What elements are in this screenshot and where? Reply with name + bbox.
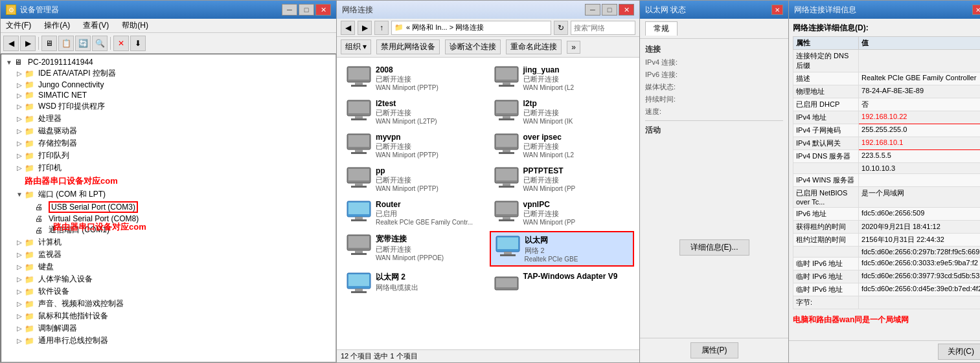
connection-item-0[interactable]: 2008 已断开连接 WAN Miniport (PPTP) <box>342 63 487 94</box>
svg-rect-29 <box>496 169 517 181</box>
menu-file[interactable]: 文件(F) <box>3 19 34 32</box>
connection-item-3[interactable]: l2tp 已断开连接 WAN Miniport (IK <box>490 96 635 127</box>
net-close[interactable]: ✕ <box>619 4 634 16</box>
connection-item-2[interactable]: l2test 已断开连接 WAN Miniport (L2TP) <box>342 96 487 127</box>
ethernet-status-window: 以太网 状态 ✕ 常规 连接 IPv4 连接: IPv6 连接: 媒体状态: 持… <box>640 0 789 363</box>
net-minimize[interactable]: ─ <box>585 4 600 16</box>
nav-up[interactable]: ↑ <box>374 21 389 35</box>
tree-item-3[interactable]: ▷📁SIMATIC NET <box>4 90 333 100</box>
menu-help[interactable]: 帮助(H) <box>119 19 151 32</box>
delete-button[interactable]: ✕ <box>113 36 129 51</box>
detail-row-13: 租约过期的时间2156年10月31日 22:44:32 <box>793 234 981 247</box>
forward-button[interactable]: ▶ <box>20 36 36 51</box>
disable-button[interactable]: 禁用此网络设备 <box>376 39 440 54</box>
tree-item-10[interactable]: ▼📁端口 (COM 和 LPT) <box>4 188 333 201</box>
details-button[interactable]: 详细信息(E)... <box>679 239 749 256</box>
tree-label: 磁盘驱动器 <box>38 126 77 137</box>
tree-item-18[interactable]: ▷📁软件设备 <box>4 285 333 298</box>
net-icon-3 <box>494 99 519 122</box>
connection-item-7[interactable]: PPTPTEST 已断开连接 WAN Miniport (PP <box>490 164 635 195</box>
svg-rect-11 <box>351 118 367 120</box>
rename-button[interactable]: 重命名此连接 <box>506 39 562 54</box>
tree-item-0[interactable]: ▼🖥PC-201911141944 <box>4 57 333 67</box>
back-button[interactable]: ◀ <box>3 36 19 51</box>
tab-general[interactable]: 常规 <box>645 21 678 36</box>
connection-item-13[interactable]: TAP-Windows Adapter V9 <box>490 269 635 298</box>
connection-item-5[interactable]: over ipsec 已断开连接 WAN Miniport (L2 <box>490 130 635 161</box>
tree-arrow: ▷ <box>14 92 25 99</box>
tree-item-11[interactable]: 🖨USB Serial Port (COM3) <box>4 201 333 214</box>
net-adapter-6: WAN Miniport (PPTP) <box>376 185 439 192</box>
connection-item-11[interactable]: 以太网 网络 2 Realtek PCIe GBE <box>490 231 635 267</box>
close-button[interactable]: ✕ <box>315 4 331 16</box>
connection-item-1[interactable]: jing_yuan 已断开连接 WAN Miniport (L2 <box>490 63 635 94</box>
tree-item-5[interactable]: ▷📁处理器 <box>4 113 333 125</box>
connection-item-8[interactable]: Router 已启用 Realtek PCIe GBE Family Contr… <box>342 197 487 228</box>
net-status-8: 已启用 <box>376 209 473 219</box>
download-button[interactable]: ⬇ <box>130 36 146 51</box>
detail-value-1: Realtek PCIe GBE Family Controller <box>859 72 980 85</box>
diagnose-button[interactable]: 诊断这个连接 <box>445 39 501 54</box>
connection-item-9[interactable]: vpnIPC 已断开连接 WAN Miniport (PP <box>490 197 635 228</box>
search-input[interactable] <box>571 21 635 35</box>
maximize-button[interactable]: □ <box>299 4 314 16</box>
connection-item-6[interactable]: pp 已断开连接 WAN Miniport (PPTP) <box>342 164 487 195</box>
minimize-button[interactable]: ─ <box>282 4 297 16</box>
tree-item-19[interactable]: ▷📁声音、视频和游戏控制器 <box>4 298 333 310</box>
port-icon: 🖨 <box>35 226 47 235</box>
device-manager-icon-btn[interactable]: 🖥 <box>41 36 57 51</box>
tree-item-7[interactable]: ▷📁存储控制器 <box>4 137 333 149</box>
ipv4-connection-prop: IPv4 连接: <box>645 58 783 67</box>
nav-refresh[interactable]: ↻ <box>554 21 568 35</box>
properties-button[interactable]: 属性(P) <box>690 342 738 358</box>
tree-item-16[interactable]: ▷📁键盘 <box>4 261 333 273</box>
tree-item-20[interactable]: ▷📁鼠标和其他指针设备 <box>4 310 333 322</box>
tree-arrow: ▷ <box>14 103 25 110</box>
connection-item-10[interactable]: 宽带连接 已断开连接 WAN Miniport (PPPOE) <box>342 231 487 267</box>
tree-item-21[interactable]: ▷📁调制解调器 <box>4 322 333 335</box>
properties-button[interactable]: 📋 <box>58 36 74 51</box>
tree-arrow: ▼ <box>14 191 25 198</box>
connection-item-4[interactable]: myvpn 已断开连接 WAN Miniport (PPTP) <box>342 130 487 161</box>
organize-button[interactable]: 组织 ▾ <box>341 39 371 54</box>
toolbar-separator-2 <box>110 37 111 50</box>
net-name-11: 以太网 <box>525 235 578 246</box>
net-name-6: pp <box>376 166 439 175</box>
tree-item-15[interactable]: ▷📁监视器 <box>4 248 333 261</box>
tree-item-14[interactable]: ▷📁计算机 <box>4 236 333 248</box>
eth-close[interactable]: ✕ <box>771 5 783 15</box>
menu-action[interactable]: 操作(A) <box>41 19 73 32</box>
folder-icon: 📁 <box>25 250 36 259</box>
nav-forward[interactable]: ▶ <box>358 21 372 35</box>
tree-label: 人体学输入设备 <box>38 274 93 285</box>
net-status-7: 已断开连接 <box>523 175 576 185</box>
tree-item-2[interactable]: ▷📁Jungo Connectivity <box>4 80 333 90</box>
detail-row-6: IPv4 默认网关192.168.10.1 <box>793 137 981 150</box>
svg-rect-51 <box>351 291 367 293</box>
eth-body: 连接 IPv4 连接: IPv6 连接: 媒体状态: 持续时间: 速度: 活动 … <box>640 39 788 338</box>
annotation-com-text: 路由器串口设备对应com <box>4 175 333 187</box>
net-maximize[interactable]: □ <box>602 4 617 16</box>
scan-button[interactable]: 🔍 <box>92 36 108 51</box>
tree-item-4[interactable]: ▷📁WSD 打印提供程序 <box>4 100 333 113</box>
tree-item-1[interactable]: ▷📁IDE ATA/ATAPI 控制器 <box>4 67 333 80</box>
nav-back[interactable]: ◀ <box>341 21 355 35</box>
detail-prop-8 <box>793 163 859 174</box>
detail-value-16: fdc5:d60e:2656:0:3977:93cd:5d5b:53 <box>859 270 980 283</box>
menu-view[interactable]: 查看(V) <box>80 19 111 32</box>
tree-item-9[interactable]: ▷📁打印机 <box>4 162 333 174</box>
nd-section-label: 网络连接详细信息(D): <box>793 23 980 34</box>
tree-item-22[interactable]: ▷📁通用串行总线控制器 <box>4 335 333 347</box>
network-title: 网络连接 <box>342 5 373 16</box>
more-button[interactable]: » <box>567 41 580 54</box>
tree-item-8[interactable]: ▷📁打印队列 <box>4 149 333 162</box>
tree-arrow: ▷ <box>14 127 25 135</box>
tree-item-6[interactable]: ▷📁磁盘驱动器 <box>4 125 333 137</box>
nd-close-icon[interactable]: ✕ <box>972 5 980 15</box>
tree-item-17[interactable]: ▷📁人体学输入设备 <box>4 273 333 285</box>
connection-item-12[interactable]: 以太网 2 网络电缆拔出 <box>342 269 487 298</box>
activity-section-title: 活动 <box>645 125 783 136</box>
update-button[interactable]: 🔄 <box>75 36 91 51</box>
address-bar[interactable]: 📁 « 网络和 In... > 网络连接 <box>391 21 551 35</box>
nd-close-button[interactable]: 关闭(C) <box>938 344 980 360</box>
